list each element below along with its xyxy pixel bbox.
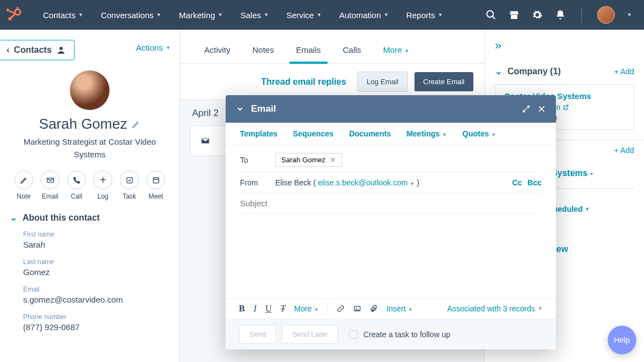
- svg-rect-8: [511, 15, 517, 19]
- nav-service[interactable]: Service▼: [279, 7, 329, 23]
- user-avatar[interactable]: [597, 6, 615, 24]
- more-format-dropdown[interactable]: More ▼: [294, 304, 319, 313]
- subject-input[interactable]: [240, 199, 542, 208]
- svg-point-1: [15, 9, 20, 15]
- link-icon[interactable]: [337, 305, 345, 312]
- close-icon[interactable]: [537, 105, 546, 113]
- compose-title: Email: [251, 103, 276, 114]
- tab-activity[interactable]: Activity: [193, 40, 242, 63]
- italic-icon[interactable]: I: [254, 304, 256, 314]
- log-label: Log: [94, 193, 112, 200]
- bold-icon[interactable]: B: [239, 304, 245, 314]
- user-menu-chevron-icon[interactable]: ▼: [627, 12, 632, 18]
- add-company-link[interactable]: + Add: [614, 67, 634, 76]
- top-nav: Contacts▼ Conversations▼ Marketing▼ Sale…: [0, 0, 644, 30]
- tab-notes[interactable]: Notes: [242, 40, 285, 63]
- compose-tabs: Templates Sequences Documents Meetings▼ …: [226, 123, 556, 145]
- call-button[interactable]: [67, 171, 86, 189]
- last-name-value[interactable]: Gomez: [23, 267, 156, 277]
- search-icon[interactable]: [485, 9, 496, 20]
- svg-point-6: [487, 11, 494, 18]
- email-label: Email: [23, 286, 156, 293]
- sequences-tab[interactable]: Sequences: [293, 129, 334, 138]
- add-deal-link[interactable]: + Add: [614, 146, 634, 155]
- about-section-header[interactable]: ⌄ About this contact: [0, 200, 179, 231]
- email-button[interactable]: [41, 171, 59, 189]
- subject-field[interactable]: [240, 193, 542, 214]
- timeline-tabs: Activity Notes Emails Calls More ▼: [180, 30, 484, 64]
- edit-pencil-icon[interactable]: [132, 120, 140, 129]
- settings-gear-icon[interactable]: [532, 9, 543, 20]
- svg-rect-11: [127, 177, 132, 183]
- documents-tab[interactable]: Documents: [349, 129, 391, 138]
- chevron-down-icon: ⌄: [495, 66, 502, 76]
- clear-format-icon[interactable]: T: [281, 304, 286, 314]
- send-button[interactable]: Send: [239, 325, 276, 344]
- email-label: Email: [41, 193, 59, 200]
- send-later-button[interactable]: Send Later: [282, 325, 338, 344]
- followup-task-checkbox[interactable]: [349, 330, 358, 339]
- expand-icon[interactable]: [522, 105, 531, 113]
- nav-conversations[interactable]: Conversations▼: [93, 7, 169, 23]
- phone-icon: [73, 176, 81, 184]
- followup-task-label: Create a task to follow up: [363, 330, 450, 339]
- task-label: Task: [120, 193, 139, 200]
- nav-marketing[interactable]: Marketing▼: [171, 7, 231, 23]
- remove-chip-icon[interactable]: ✕: [330, 156, 336, 164]
- hubspot-logo-icon[interactable]: [6, 7, 22, 23]
- compose-header[interactable]: Email: [226, 95, 556, 123]
- svg-point-18: [356, 308, 357, 309]
- underline-icon[interactable]: U: [265, 304, 272, 314]
- contact-job-title: Marketing Strategist at Costar Video Sys…: [0, 136, 179, 161]
- back-to-contacts-button[interactable]: ‹ Contacts: [0, 40, 75, 61]
- image-icon[interactable]: [353, 305, 361, 312]
- contact-name: Sarah Gomez: [39, 116, 140, 133]
- actions-dropdown[interactable]: Actions▼: [136, 43, 171, 52]
- log-email-button[interactable]: Log Email: [357, 72, 408, 92]
- minimize-chevron-icon[interactable]: [236, 105, 244, 113]
- bcc-link[interactable]: Bcc: [527, 178, 542, 187]
- nav-reports[interactable]: Reports▼: [399, 7, 450, 23]
- recipient-chip[interactable]: Sarah Gomez✕: [275, 153, 342, 167]
- create-email-button[interactable]: Create Email: [414, 72, 473, 91]
- collapse-sidebar-icon[interactable]: »: [485, 30, 644, 62]
- meetings-dropdown[interactable]: Meetings▼: [406, 129, 447, 138]
- nav-sales[interactable]: Sales▼: [233, 7, 276, 23]
- to-label: To: [240, 156, 269, 164]
- note-label: Note: [14, 193, 33, 200]
- from-field[interactable]: From Elise Beck ( elise.s.beck@outlook.c…: [240, 173, 542, 193]
- contact-avatar[interactable]: [70, 70, 110, 110]
- svg-rect-12: [153, 178, 159, 183]
- notifications-bell-icon[interactable]: [555, 9, 566, 20]
- nav-automation[interactable]: Automation▼: [331, 7, 396, 23]
- quotes-dropdown[interactable]: Quotes▼: [462, 129, 496, 138]
- help-bubble[interactable]: Help: [608, 326, 636, 354]
- associated-records-dropdown[interactable]: Associated with 3 records▼: [447, 304, 543, 313]
- contact-action-row: Note Email Call +Log Task Meet: [0, 171, 179, 200]
- contacts-label: Contacts: [14, 45, 51, 55]
- log-button[interactable]: +: [94, 171, 112, 189]
- phone-value[interactable]: (877) 929-0687: [23, 322, 156, 332]
- compose-body[interactable]: [226, 214, 556, 298]
- note-icon: [20, 176, 28, 184]
- templates-tab[interactable]: Templates: [240, 129, 277, 138]
- tab-calls[interactable]: Calls: [332, 40, 372, 63]
- nav-contacts[interactable]: Contacts▼: [35, 7, 91, 23]
- nav-right: ▼: [485, 6, 638, 24]
- marketplace-icon[interactable]: [509, 9, 520, 20]
- company-section-header[interactable]: ⌄ Company (1) + Add: [495, 62, 634, 84]
- insert-dropdown[interactable]: Insert ▼: [386, 304, 413, 313]
- email-value[interactable]: s.gomez@costarvideo.com: [23, 295, 156, 304]
- thread-replies-link[interactable]: Thread email replies: [261, 77, 346, 87]
- attachment-icon[interactable]: [370, 305, 378, 312]
- to-field[interactable]: To Sarah Gomez✕: [240, 147, 542, 173]
- tab-more[interactable]: More ▼: [372, 40, 420, 63]
- tab-emails[interactable]: Emails: [285, 40, 332, 63]
- task-button[interactable]: [120, 171, 139, 189]
- compose-email-modal: Email Templates Sequences Documents Meet…: [226, 95, 556, 349]
- from-value[interactable]: Elise Beck ( elise.s.beck@outlook.com ▼ …: [275, 178, 419, 187]
- first-name-value[interactable]: Sarah: [23, 240, 156, 249]
- cc-link[interactable]: Cc: [512, 178, 522, 187]
- meet-button[interactable]: [146, 171, 165, 189]
- note-button[interactable]: [14, 171, 33, 189]
